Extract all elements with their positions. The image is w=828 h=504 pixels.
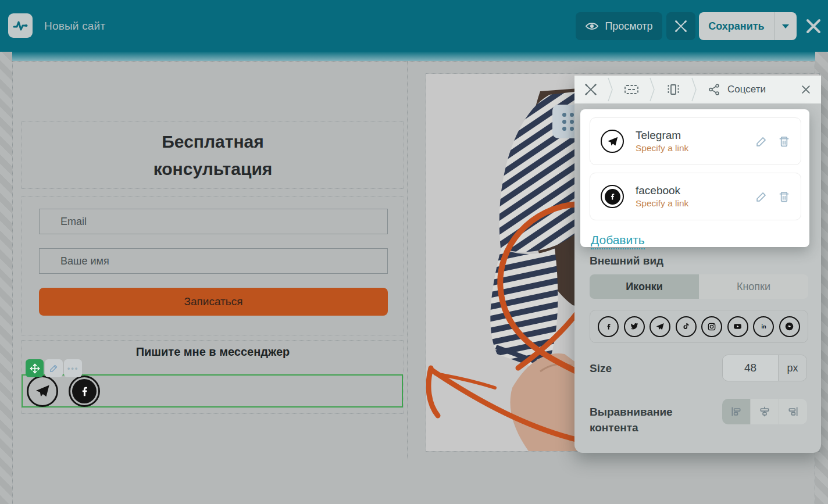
messenger-heading: Пишите мне в мессенджер xyxy=(22,345,404,359)
save-button-group: Сохранить xyxy=(699,12,797,40)
signup-button[interactable]: Записаться xyxy=(39,288,388,316)
panel-close-button[interactable] xyxy=(791,76,821,103)
facebook-icon[interactable] xyxy=(69,376,100,407)
edit-icon[interactable] xyxy=(755,191,768,203)
network-row-telegram[interactable]: Telegram Specify a link xyxy=(590,117,801,165)
content-alignment-control xyxy=(722,399,807,424)
tab-social-current[interactable]: Соцсети xyxy=(698,76,791,103)
telegram-icon[interactable] xyxy=(27,376,58,407)
share-icon xyxy=(708,83,720,96)
twitter-icon[interactable] xyxy=(624,316,645,337)
save-button[interactable]: Сохранить xyxy=(699,12,774,40)
tab-design[interactable] xyxy=(574,76,606,103)
align-right-icon xyxy=(787,406,799,417)
youtube-icon[interactable] xyxy=(727,316,748,337)
tab-icons-style[interactable]: Иконки xyxy=(590,274,699,299)
preview-button[interactable]: Просмотр xyxy=(576,12,662,40)
email-field[interactable] xyxy=(39,209,388,234)
edit-widget-button[interactable] xyxy=(45,359,63,377)
linkedin-icon[interactable]: in xyxy=(753,316,774,337)
canvas-left-margin xyxy=(0,52,12,504)
instagram-icon[interactable] xyxy=(701,316,722,337)
delete-icon[interactable] xyxy=(778,191,790,203)
appearance-switcher: Иконки Кнопки xyxy=(590,274,808,299)
design-wand-button[interactable] xyxy=(666,12,695,40)
tab-block[interactable] xyxy=(656,76,690,103)
preview-label: Просмотр xyxy=(605,20,652,33)
page-top-border xyxy=(12,61,815,62)
network-row-facebook[interactable]: facebook Specify a link xyxy=(590,173,801,220)
chevron-down-icon xyxy=(782,24,789,28)
save-options-dropdown[interactable] xyxy=(774,12,797,40)
pencil-icon xyxy=(49,363,59,373)
site-title: Новый сайт xyxy=(44,0,105,52)
network-link-hint[interactable]: Specify a link xyxy=(636,198,688,210)
size-unit: px xyxy=(778,355,806,381)
align-left-button[interactable] xyxy=(722,399,750,424)
align-center-icon xyxy=(759,406,770,417)
breadcrumb-separator xyxy=(606,76,615,103)
panel-breadcrumb-tabs: Соцсети xyxy=(574,76,821,103)
heading-block[interactable]: Бесплатная консультация xyxy=(22,121,404,189)
tab-section[interactable] xyxy=(615,76,648,103)
form-heading-line1: Бесплатная xyxy=(162,128,263,155)
social-settings-panel: Соцсети Telegram Specify a link xyxy=(574,76,821,453)
close-editor-button[interactable] xyxy=(805,17,822,35)
delete-icon[interactable] xyxy=(778,135,790,148)
eye-icon xyxy=(585,19,599,33)
network-name: Telegram xyxy=(636,128,688,143)
alignment-label-line1: Выравнивание xyxy=(590,406,673,418)
facebook-f-icon xyxy=(608,192,617,201)
telegram-icon[interactable] xyxy=(649,316,670,337)
align-right-button[interactable] xyxy=(779,399,807,424)
page-left-border xyxy=(12,61,13,504)
telegram-plane-icon xyxy=(606,135,619,148)
app-header: Новый сайт Просмотр Сохранить xyxy=(0,0,828,52)
crossed-pencils-icon xyxy=(584,83,598,96)
alignment-label-line2: контента xyxy=(590,421,638,434)
tiktok-icon[interactable] xyxy=(676,316,697,337)
network-name: facebook xyxy=(636,183,688,198)
edit-icon[interactable] xyxy=(755,135,768,148)
move-widget-button[interactable] xyxy=(26,359,44,377)
social-networks-list: Telegram Specify a link facebook Specify… xyxy=(580,109,809,247)
move-icon xyxy=(29,363,41,374)
telegram-plane-icon xyxy=(34,383,51,399)
pulse-icon xyxy=(12,17,28,34)
telegram-icon xyxy=(601,130,624,153)
align-left-icon xyxy=(730,406,742,417)
column-divider xyxy=(407,61,408,459)
close-icon xyxy=(805,17,822,35)
add-network-link[interactable]: Добавить xyxy=(591,233,645,249)
name-field[interactable] xyxy=(39,248,388,274)
svg-text:in: in xyxy=(761,324,766,330)
size-label: Size xyxy=(590,362,612,375)
panel-title: Соцсети xyxy=(727,84,766,95)
app-logo[interactable] xyxy=(8,13,33,38)
page-header-sliver xyxy=(12,52,815,61)
messenger-icon[interactable] xyxy=(779,316,800,337)
size-control: px xyxy=(722,355,807,381)
block-icon xyxy=(666,83,680,96)
align-center-button[interactable] xyxy=(750,399,779,424)
breadcrumb-separator xyxy=(648,76,656,103)
icon-style-options: in xyxy=(590,310,808,343)
crossed-pencils-icon xyxy=(674,19,688,33)
facebook-icon xyxy=(601,185,624,208)
facebook-f-icon xyxy=(77,384,91,398)
size-input[interactable] xyxy=(723,355,778,381)
network-link-hint[interactable]: Specify a link xyxy=(636,142,688,155)
facebook-icon[interactable] xyxy=(598,316,619,337)
section-icon xyxy=(624,83,639,96)
breadcrumb-separator xyxy=(690,76,698,103)
facebook-disc xyxy=(72,379,97,403)
drag-dots-icon xyxy=(562,113,574,131)
form-heading-line2: консультация xyxy=(154,155,273,183)
facebook-disc xyxy=(605,189,620,205)
more-options-button[interactable]: ••• xyxy=(64,359,82,377)
alignment-label: Выравнивание контента xyxy=(590,404,673,435)
appearance-title: Внешний вид xyxy=(590,255,663,267)
close-icon xyxy=(800,84,812,95)
tab-buttons-style[interactable]: Кнопки xyxy=(699,274,808,299)
